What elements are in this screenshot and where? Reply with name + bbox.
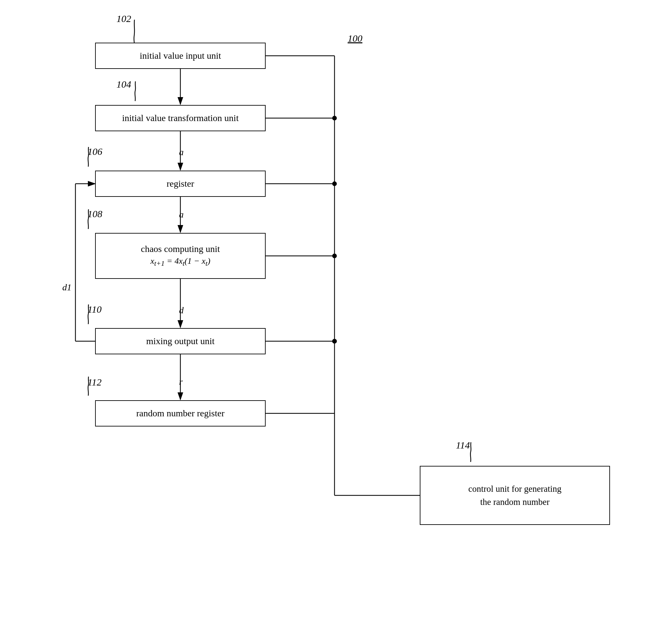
ref-108: 108: [87, 208, 102, 219]
label-a2: a: [179, 209, 184, 220]
diagram-container: initial value input unit initial value t…: [0, 0, 650, 644]
wire-104: [135, 81, 136, 101]
initial-value-transform-label: initial value transformation unit: [122, 113, 239, 123]
initial-value-transform-box: initial value transformation unit: [95, 105, 266, 131]
random-number-register-label: random number register: [136, 408, 224, 418]
ref-110: 110: [87, 304, 102, 315]
label-a1: a: [179, 147, 184, 158]
ref-114: 114: [456, 440, 470, 451]
ref-102: 102: [116, 13, 131, 24]
ref-100: 100: [348, 33, 362, 44]
chaos-formula: xt+1 = 4xt(1 − xt): [150, 256, 211, 268]
arrows-svg: [0, 0, 650, 644]
initial-value-input-box: initial value input unit: [95, 43, 266, 69]
mixing-output-box: mixing output unit: [95, 328, 266, 354]
label-d: d: [179, 305, 184, 315]
dot-control-mixing: [332, 339, 337, 343]
mixing-output-label: mixing output unit: [146, 336, 215, 346]
label-d1: d1: [62, 282, 72, 293]
ref-112: 112: [87, 377, 102, 388]
initial-value-input-label: initial value input unit: [140, 50, 221, 61]
ref-106: 106: [87, 146, 102, 157]
register-label: register: [167, 178, 194, 189]
ref-104: 104: [116, 79, 131, 90]
chaos-computing-box: chaos computing unit xt+1 = 4xt(1 − xt): [95, 233, 266, 279]
wire-114: [470, 442, 471, 462]
random-number-register-box: random number register: [95, 400, 266, 427]
label-r: r: [179, 377, 183, 387]
control-unit-label: control unit for generatingthe random nu…: [468, 482, 562, 509]
control-unit-box: control unit for generatingthe random nu…: [420, 466, 610, 525]
chaos-computing-label: chaos computing unit: [141, 244, 220, 254]
register-box: register: [95, 171, 266, 197]
